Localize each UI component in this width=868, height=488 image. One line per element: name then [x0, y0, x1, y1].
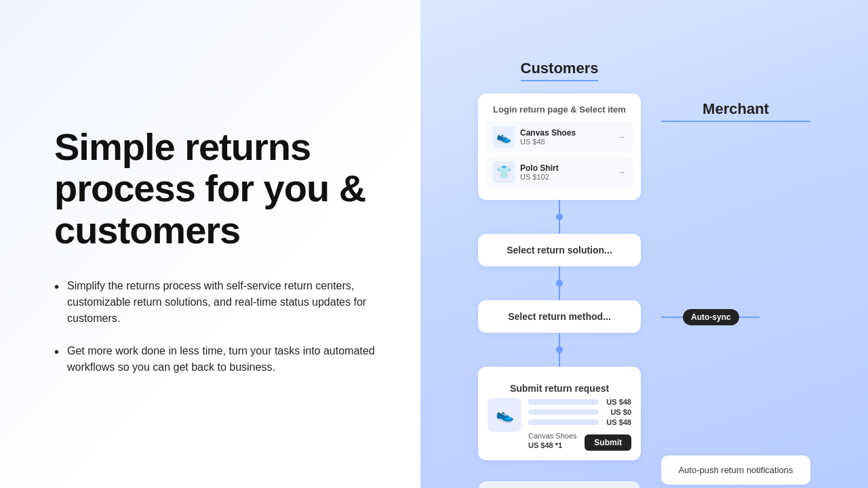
submit-line-1: US $48	[528, 398, 631, 406]
canvas-shoes-label: Canvas Shoes	[528, 432, 577, 440]
canvas-shoes-info: Canvas Shoes US $48	[520, 128, 611, 146]
connector-3b	[559, 353, 560, 367]
polo-shirt-name: Polo Shirt	[520, 163, 611, 173]
canvas-shoes-price: US $48	[520, 138, 611, 146]
line-bar-3	[528, 420, 599, 425]
submit-details: US $48 US $0 US $48	[528, 398, 631, 451]
submit-lines: US $48 US $0 US $48	[528, 398, 631, 426]
submit-card: Submit return request 👟 US $48	[478, 367, 641, 460]
polo-shirt-icon: 👕	[493, 161, 515, 183]
line-price-2: US $0	[603, 408, 631, 416]
line-price-1: US $48	[603, 398, 631, 406]
select-method-card: Select return method...	[478, 300, 641, 333]
product-row-1: 👟 Canvas Shoes US $48 →	[486, 121, 633, 152]
submit-card-title: Submit return request	[488, 376, 631, 398]
bullet-list: Simplify the returns process with self-s…	[54, 278, 380, 375]
line-price-3: US $48	[603, 418, 631, 426]
product-row-2: 👕 Polo Shirt US $102 →	[486, 157, 633, 188]
left-panel: Simple returns process for you & custome…	[0, 0, 420, 488]
polo-shirt-price: US $102	[520, 173, 611, 181]
merchant-header: Merchant	[661, 100, 810, 122]
merchant-column: Merchant Auto-sync Auto-push return noti…	[661, 60, 810, 488]
submit-line-3: US $48	[528, 418, 631, 426]
select-solution-card: Select return solution...	[478, 234, 641, 266]
refund-card: 🎉 Instant Refunds & Exchanges	[478, 481, 641, 488]
line-bar-1	[528, 399, 599, 405]
submit-inner: 👟 US $48 US $0	[488, 398, 631, 451]
select-method-label: Select return method...	[508, 311, 611, 322]
dot-2	[556, 280, 563, 287]
auto-sync-badge: Auto-sync	[683, 309, 739, 325]
h-line	[663, 317, 683, 318]
bullet-2: Get more work done in less time, turn yo…	[54, 343, 380, 375]
flow-container: Login return page & Select item 👟 Canvas…	[478, 94, 641, 488]
merchant-cards: Auto-push return notifications Auto-appr…	[661, 455, 810, 488]
h-line-2	[739, 317, 760, 318]
main-heading: Simple returns process for you & custome…	[54, 126, 380, 251]
arrow-icon-1: →	[616, 131, 626, 142]
dot-3	[556, 346, 563, 353]
right-panel: Customers Login return page & Select ite…	[420, 0, 868, 488]
submit-line-2: US $0	[528, 408, 631, 416]
line-bar-2	[528, 409, 599, 415]
bullet-1: Simplify the returns process with self-s…	[54, 278, 380, 327]
submit-button[interactable]: Submit	[585, 434, 631, 451]
h-connector-row: Auto-sync	[661, 309, 760, 325]
submit-product-icon: 👟	[488, 398, 521, 432]
connector-1b	[559, 220, 560, 234]
login-card: Login return page & Select item 👟 Canvas…	[478, 94, 641, 200]
connector-3	[559, 333, 560, 346]
merchant-card-1: Auto-push return notifications	[661, 455, 810, 485]
canvas-shoes-name: Canvas Shoes	[520, 128, 611, 138]
select-solution-label: Select return solution...	[507, 245, 612, 256]
right-section: Customers Login return page & Select ite…	[478, 27, 810, 488]
connector-1	[559, 200, 560, 214]
arrow-icon-2: →	[616, 167, 626, 178]
customers-header: Customers	[521, 60, 599, 81]
bullet-text-1: Simplify the returns process with self-s…	[67, 278, 380, 327]
login-card-title: Login return page & Select item	[486, 102, 633, 121]
customers-column: Customers Login return page & Select ite…	[478, 60, 641, 488]
submit-price: US $48 *1	[528, 441, 577, 449]
bullet-text-2: Get more work done in less time, turn yo…	[67, 343, 380, 375]
submit-product-label: Canvas Shoes US $48 *1	[528, 432, 577, 449]
polo-shirt-info: Polo Shirt US $102	[520, 163, 611, 181]
dot-1	[556, 214, 563, 220]
canvas-shoes-icon: 👟	[493, 126, 515, 148]
connector-2	[559, 266, 560, 280]
connector-2b	[559, 287, 560, 300]
